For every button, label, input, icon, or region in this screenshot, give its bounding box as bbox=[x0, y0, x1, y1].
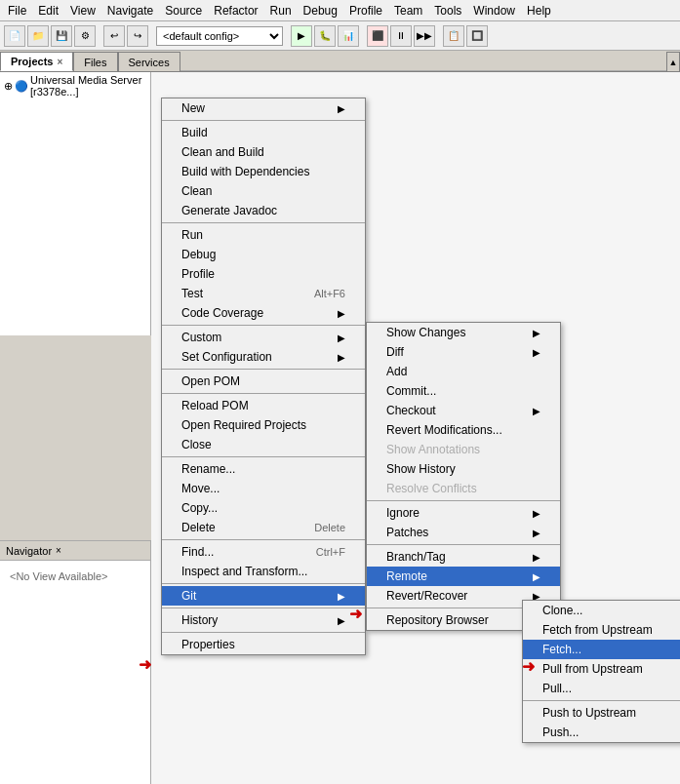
menu-item-add[interactable]: Add bbox=[367, 362, 560, 381]
menu-item-clean-build[interactable]: Clean and Build bbox=[162, 142, 365, 162]
menu-item-generate-javadoc[interactable]: Generate Javadoc bbox=[162, 201, 365, 220]
menu-item-show-history[interactable]: Show History bbox=[367, 459, 560, 479]
menu-item-custom[interactable]: Custom▶ bbox=[162, 328, 365, 347]
context-menu-git: Show Changes▶ Diff▶ Add Commit... Checko… bbox=[366, 322, 561, 631]
menu-item-delete[interactable]: DeleteDelete bbox=[162, 518, 365, 537]
menu-item-show-annotations: Show Annotations bbox=[367, 440, 560, 459]
panel-maximize[interactable]: ▲ bbox=[666, 52, 680, 71]
arrow-remote: ➜ bbox=[349, 605, 362, 623]
menu-item-diff[interactable]: Diff▶ bbox=[367, 342, 560, 362]
menu-item-find[interactable]: Find...Ctrl+F bbox=[162, 542, 365, 562]
sep1 bbox=[162, 120, 365, 121]
menu-item-copy[interactable]: Copy... bbox=[162, 498, 365, 518]
projects-panel: ⊕ 🔵 Universal Media Server [r3378e...] bbox=[0, 72, 151, 335]
menu-item-commit[interactable]: Commit... bbox=[367, 381, 560, 401]
menu-item-reload-pom[interactable]: Reload POM bbox=[162, 396, 365, 415]
menu-item-debug[interactable]: Debug bbox=[162, 245, 365, 264]
menu-item-coverage[interactable]: Code Coverage▶ bbox=[162, 303, 365, 323]
toolbar-profile2[interactable]: 📊 bbox=[338, 25, 359, 47]
panel-close[interactable]: × bbox=[56, 545, 61, 556]
menu-team[interactable]: Team bbox=[388, 2, 428, 20]
toolbar-run[interactable]: ▶ bbox=[291, 25, 312, 47]
menu-item-clean[interactable]: Clean bbox=[162, 181, 365, 201]
menu-item-new[interactable]: New▶ bbox=[162, 98, 365, 118]
sep7 bbox=[162, 539, 365, 540]
menu-item-move[interactable]: Move... bbox=[162, 479, 365, 498]
menu-item-build-deps[interactable]: Build with Dependencies bbox=[162, 162, 365, 181]
sep6 bbox=[162, 456, 365, 457]
navigator-label: Navigator bbox=[6, 545, 52, 557]
navigator-header: Navigator × bbox=[0, 541, 150, 561]
menu-item-revert-mods[interactable]: Revert Modifications... bbox=[367, 420, 560, 440]
menu-edit[interactable]: Edit bbox=[32, 2, 64, 20]
toolbar-btn7[interactable]: 🔲 bbox=[466, 25, 488, 47]
menu-item-test[interactable]: TestAlt+F6 bbox=[162, 284, 365, 303]
menu-item-properties[interactable]: Properties bbox=[162, 635, 365, 654]
menu-help[interactable]: Help bbox=[521, 2, 557, 20]
menu-item-checkout[interactable]: Checkout▶ bbox=[367, 401, 560, 420]
toolbar-btn5[interactable]: ▶▶ bbox=[414, 25, 435, 47]
menu-view[interactable]: View bbox=[64, 2, 101, 20]
menu-item-fetch[interactable]: Fetch... bbox=[523, 640, 680, 659]
sep9 bbox=[162, 608, 365, 608]
menu-navigate[interactable]: Navigate bbox=[101, 2, 159, 20]
toolbar-pause[interactable]: ⏸ bbox=[390, 25, 412, 47]
toolbar-debug[interactable]: 🐛 bbox=[314, 25, 336, 47]
menu-item-fetch-upstream[interactable]: Fetch from Upstream bbox=[523, 620, 680, 640]
menu-tools[interactable]: Tools bbox=[428, 2, 467, 20]
menu-item-profile[interactable]: Profile bbox=[162, 264, 365, 284]
menu-item-ignore[interactable]: Ignore▶ bbox=[367, 503, 560, 523]
tab-projects[interactable]: Projects × bbox=[0, 52, 73, 71]
menu-file[interactable]: File bbox=[2, 2, 32, 20]
toolbar-redo[interactable]: ↪ bbox=[127, 25, 148, 47]
menu-item-resolve-conflicts: Resolve Conflicts bbox=[367, 479, 560, 498]
menu-item-open-required[interactable]: Open Required Projects bbox=[162, 415, 365, 435]
tab-services[interactable]: Services bbox=[118, 52, 180, 71]
toolbar-stop[interactable]: ⬛ bbox=[367, 25, 388, 47]
menu-item-patches[interactable]: Patches▶ bbox=[367, 523, 560, 542]
toolbar-btn6[interactable]: 📋 bbox=[443, 25, 464, 47]
menu-item-open-pom[interactable]: Open POM bbox=[162, 372, 365, 391]
menu-item-run[interactable]: Run bbox=[162, 225, 365, 245]
menu-refactor[interactable]: Refactor bbox=[208, 2, 263, 20]
toolbar-save[interactable]: 💾 bbox=[51, 25, 72, 47]
menu-item-clone[interactable]: Clone... bbox=[523, 601, 680, 620]
toolbar-new[interactable]: 📄 bbox=[4, 25, 25, 47]
sep8 bbox=[162, 583, 365, 584]
menu-run[interactable]: Run bbox=[264, 2, 298, 20]
menu-item-inspect[interactable]: Inspect and Transform... bbox=[162, 562, 365, 581]
menu-item-push[interactable]: Push... bbox=[523, 723, 680, 742]
tabstrip: Projects × Files Services ▲ bbox=[0, 51, 680, 72]
toolbar-undo[interactable]: ↩ bbox=[103, 25, 125, 47]
menu-item-close[interactable]: Close bbox=[162, 435, 365, 454]
arrow-fetch: ➜ bbox=[522, 657, 535, 676]
tab-files[interactable]: Files bbox=[73, 52, 117, 71]
menu-item-rename[interactable]: Rename... bbox=[162, 459, 365, 479]
menu-debug[interactable]: Debug bbox=[298, 2, 343, 20]
menu-item-show-changes[interactable]: Show Changes▶ bbox=[367, 323, 560, 342]
menu-source[interactable]: Source bbox=[159, 2, 208, 20]
menu-item-remote[interactable]: Remote▶ bbox=[367, 567, 560, 586]
menu-item-pull[interactable]: Pull... bbox=[523, 679, 680, 698]
menu-item-set-config[interactable]: Set Configuration▶ bbox=[162, 347, 365, 367]
tab-projects-close[interactable]: × bbox=[57, 57, 62, 67]
context-menu-remote: Clone... Fetch from Upstream Fetch... Pu… bbox=[522, 600, 680, 743]
menu-item-push-upstream[interactable]: Push to Upstream bbox=[523, 703, 680, 723]
context-menu-main: New▶ Build Clean and Build Build with De… bbox=[161, 98, 366, 655]
sep-git2 bbox=[367, 544, 560, 545]
toolbar-open[interactable]: 📁 bbox=[27, 25, 49, 47]
menu-item-build[interactable]: Build bbox=[162, 123, 365, 142]
menu-profile[interactable]: Profile bbox=[343, 2, 388, 20]
menubar: File Edit View Navigate Source Refactor … bbox=[0, 0, 680, 21]
config-dropdown[interactable]: <default config> bbox=[156, 26, 283, 46]
menu-item-git[interactable]: Git▶ bbox=[162, 586, 365, 606]
menu-window[interactable]: Window bbox=[467, 2, 521, 20]
tree-item-project[interactable]: ⊕ 🔵 Universal Media Server [r3378e...] bbox=[0, 72, 150, 99]
menu-item-branch-tag[interactable]: Branch/Tag▶ bbox=[367, 547, 560, 567]
navigator-panel: Navigator × <No View Available> bbox=[0, 540, 151, 784]
toolbar-btn4[interactable]: ⚙ bbox=[74, 25, 96, 47]
arrow-git: ➜ bbox=[139, 655, 151, 674]
menu-item-pull-upstream[interactable]: Pull from Upstream bbox=[523, 659, 680, 679]
menu-item-history[interactable]: History▶ bbox=[162, 610, 365, 630]
sep10 bbox=[162, 632, 365, 633]
